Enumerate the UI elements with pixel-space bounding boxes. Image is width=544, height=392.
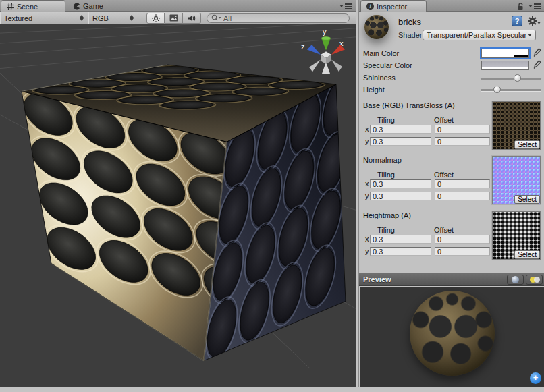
- material-header: bricks ? Shader Transparent/Parallax Spe…: [359, 12, 544, 43]
- scene-toolbar: Textured RGB: [0, 12, 356, 24]
- lights-icon: [530, 277, 539, 283]
- scene-fx-toggle-button[interactable]: [165, 13, 183, 24]
- panel-divider[interactable]: [356, 0, 358, 387]
- specular-color-alpha-bar: [482, 67, 528, 69]
- shininess-label: Shininess: [363, 74, 396, 82]
- y-axis-label: y: [365, 137, 369, 145]
- tab-game[interactable]: Game: [67, 0, 128, 12]
- tab-scene[interactable]: Scene: [1, 0, 65, 12]
- gizmo-axis-cone[interactable]: [331, 59, 342, 72]
- select-texture-button[interactable]: Select: [514, 195, 540, 204]
- eyedropper-icon[interactable]: [533, 48, 541, 58]
- offset-y-input[interactable]: [435, 247, 490, 256]
- height-slider[interactable]: [481, 89, 541, 91]
- offset-header: Offset: [434, 116, 454, 124]
- y-axis-label: y: [365, 192, 369, 200]
- updown-arrows-icon: [130, 15, 134, 21]
- grid-icon: [7, 3, 14, 10]
- texture-section-heightmap: Heightmap (A) Tiling Offset x y Select: [359, 211, 544, 264]
- preview-header[interactable]: Preview: [359, 273, 544, 286]
- updown-arrows-icon: [80, 15, 84, 21]
- specular-color-swatch[interactable]: [481, 61, 529, 70]
- tiling-y-input[interactable]: [370, 137, 431, 146]
- gizmo-y-cone[interactable]: [321, 38, 331, 51]
- shininess-slider[interactable]: [481, 78, 541, 80]
- help-icon[interactable]: ?: [512, 16, 522, 26]
- render-mode-value: Textured: [4, 14, 32, 22]
- main-color-swatch[interactable]: [481, 49, 529, 58]
- preview-shape-button[interactable]: [507, 275, 524, 285]
- preview-area[interactable]: +: [359, 287, 544, 387]
- info-icon: i: [366, 3, 374, 10]
- tiling-y-input[interactable]: [370, 247, 431, 256]
- shader-dropdown[interactable]: Transparent/Parallax Specular: [423, 30, 536, 40]
- scene-pane-menu-icon[interactable]: [339, 3, 353, 10]
- scene-search-field[interactable]: [207, 13, 350, 23]
- select-texture-button[interactable]: Select: [514, 140, 540, 149]
- scene-3d-view: y x z: [0, 24, 356, 387]
- scene-tabbar: Scene Game: [0, 0, 356, 12]
- gizmo-z-cone[interactable]: [307, 45, 321, 55]
- material-name: bricks: [398, 17, 421, 27]
- eyedropper-icon[interactable]: [533, 60, 541, 70]
- shader-value: Transparent/Parallax Specular: [427, 31, 526, 39]
- offset-y-input[interactable]: [435, 137, 490, 146]
- base-texture-thumbnail[interactable]: Select: [492, 101, 541, 150]
- color-channel-dropdown[interactable]: RGB: [88, 12, 138, 24]
- texture-section-title: Heightmap (A): [363, 211, 411, 219]
- y-axis-label: y: [365, 247, 369, 255]
- tab-scene-label: Scene: [17, 3, 38, 11]
- chevron-down-icon: [528, 34, 532, 36]
- tiling-header: Tiling: [377, 171, 395, 179]
- scene-panel: Scene Game Textured RGB: [0, 0, 356, 387]
- audio-toggle-button[interactable]: [183, 13, 201, 24]
- material-preview-sphere[interactable]: [410, 291, 495, 376]
- inspector-tabbar: i Inspector: [359, 0, 544, 12]
- lighting-toggle-button[interactable]: [146, 13, 165, 24]
- tiling-header: Tiling: [377, 116, 395, 124]
- height-slider-handle[interactable]: [493, 86, 501, 93]
- scene-search-input[interactable]: [223, 14, 345, 22]
- tab-inspector[interactable]: i Inspector: [360, 0, 427, 12]
- status-strip: [0, 387, 544, 392]
- orientation-gizmo[interactable]: y x z: [301, 28, 345, 74]
- game-icon: [73, 3, 80, 10]
- color-channel-value: RGB: [92, 14, 109, 22]
- textured-cube[interactable]: [18, 65, 356, 368]
- texture-section-normalmap: Normalmap Tiling Offset x y Select: [359, 156, 544, 208]
- offset-header: Offset: [434, 171, 454, 179]
- gizmo-y-label: y: [323, 28, 327, 36]
- lock-icon[interactable]: [517, 3, 526, 11]
- tab-inspector-label: Inspector: [377, 3, 407, 11]
- shader-label: Shader: [398, 31, 422, 39]
- tiling-x-input[interactable]: [370, 179, 431, 188]
- tab-game-label: Game: [83, 2, 103, 10]
- offset-y-input[interactable]: [435, 192, 490, 200]
- tiling-x-input[interactable]: [370, 235, 431, 244]
- main-color-label: Main Color: [363, 49, 399, 57]
- preview-lighting-button[interactable]: [526, 275, 543, 285]
- material-preview-icon: [364, 15, 389, 39]
- main-color-alpha-bar: [482, 55, 528, 57]
- add-button[interactable]: +: [530, 372, 541, 384]
- texture-section-title: Base (RGB) TransGloss (A): [363, 101, 455, 109]
- normalmap-texture-thumbnail[interactable]: Select: [492, 156, 541, 204]
- x-axis-label: x: [365, 179, 369, 188]
- tiling-y-input[interactable]: [370, 192, 431, 200]
- scene-viewport[interactable]: y x z: [0, 24, 356, 387]
- gear-icon[interactable]: [527, 16, 541, 26]
- render-mode-dropdown[interactable]: Textured: [0, 12, 88, 24]
- heightmap-texture-thumbnail[interactable]: Select: [492, 211, 541, 260]
- inspector-pane-menu-icon[interactable]: [528, 3, 542, 10]
- offset-x-input[interactable]: [435, 125, 490, 134]
- sphere-icon: [512, 276, 519, 283]
- tiling-x-input[interactable]: [370, 125, 431, 134]
- shininess-slider-handle[interactable]: [514, 74, 521, 82]
- select-texture-button[interactable]: Select: [514, 250, 540, 259]
- tiling-header: Tiling: [377, 226, 395, 234]
- offset-x-input[interactable]: [435, 235, 490, 244]
- offset-x-input[interactable]: [435, 179, 490, 188]
- gizmo-axis-cone[interactable]: [309, 59, 321, 72]
- specular-color-label: Specular Color: [363, 61, 412, 69]
- x-axis-label: x: [365, 125, 369, 133]
